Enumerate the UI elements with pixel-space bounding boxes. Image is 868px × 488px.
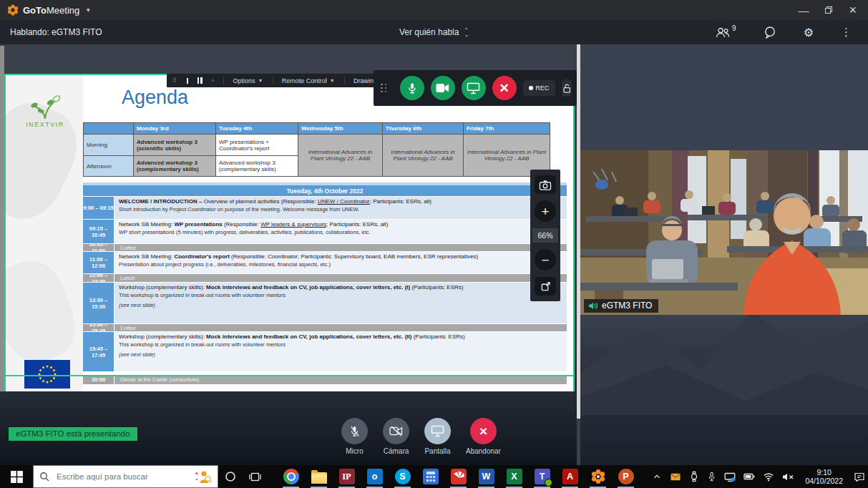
tray-wifi-icon[interactable] <box>763 472 774 482</box>
schedule-description: Workshop (complementary skills): Mock in… <box>114 283 567 323</box>
screen-control-button[interactable]: Pantalla <box>424 418 451 455</box>
camera-icon <box>436 83 449 93</box>
mic-icon <box>341 418 368 444</box>
end-session-button[interactable]: ✕ <box>492 76 517 100</box>
call-control-bar: MicroCámaraPantalla×Abandonar <box>341 418 501 455</box>
week-cell: Morning <box>84 135 134 156</box>
week-col-header: Wednesday 5th <box>298 123 383 135</box>
gotomeeting-menu[interactable]: GoToMeeting ▼ <box>7 4 91 16</box>
break-label: Coffee <box>114 244 136 251</box>
taskbar-app-outlook[interactable]: o <box>361 465 389 488</box>
tray-battery-icon[interactable] <box>743 472 755 481</box>
leave-icon: × <box>470 418 497 444</box>
schedule-description: Network SB Meeting: Coordinator's report… <box>114 252 567 273</box>
taskbar-app-powerpoint[interactable]: P <box>612 465 640 488</box>
taskbar-app-gotomeeting[interactable] <box>584 465 612 488</box>
taskbar-clock[interactable]: 9:1004/10/2022 <box>802 468 846 485</box>
camera-control-button[interactable]: Cámara <box>383 418 409 455</box>
settings-button[interactable]: ⚙ <box>804 26 814 39</box>
taskbar-app-excel[interactable]: X <box>500 465 528 488</box>
windows-logo-icon <box>11 471 23 483</box>
minimize-button[interactable]: — <box>798 5 809 16</box>
sort-chevrons-icon: ⌃⌃ <box>464 29 469 36</box>
mic-control-button[interactable]: Micro <box>341 418 368 455</box>
taskbar-app-teams[interactable]: T <box>528 465 556 488</box>
tray-mail-icon[interactable] <box>670 472 681 482</box>
lock-button[interactable] <box>562 79 572 97</box>
schedule-time: 11:00 – 12:00 <box>83 252 114 273</box>
restore-button[interactable] <box>824 5 833 16</box>
tray-cast-icon[interactable] <box>724 472 736 482</box>
preview-screen-icon[interactable] <box>212 76 215 85</box>
screen-share-on-button[interactable] <box>462 76 486 100</box>
cortana-button[interactable] <box>218 465 243 488</box>
participants-button[interactable]: 9 <box>715 26 736 39</box>
week-col-header: Friday 7th <box>464 123 550 135</box>
start-button[interactable] <box>0 465 33 488</box>
toolbar-grip-handle[interactable]: ⠿ <box>172 77 177 84</box>
panel-divider[interactable] <box>577 44 580 419</box>
task-view-button[interactable] <box>243 465 267 488</box>
microphone-icon <box>406 82 418 94</box>
screenshot-button[interactable] <box>535 175 556 194</box>
schedule-row: 9:00 – 09:15WELCOME / INTRODUCTION – Ove… <box>83 196 567 219</box>
taskbar-app-calculator[interactable] <box>416 465 444 488</box>
day-schedule-table: Tuesday, 4th October 2022 9:00 – 09:15WE… <box>83 182 567 384</box>
application-window: GoToMeeting ▼ — × Hablando: eGTM3 FITO V… <box>0 0 868 488</box>
system-tray: 9:1004/10/2022 <box>652 465 868 488</box>
speaker-icon <box>588 301 598 311</box>
presenting-banner: eGTM3 FITO está presentando <box>9 427 137 441</box>
schedule-time: 12:00 – 13:30 <box>83 274 114 282</box>
schedule-time: 13:30 – 15:30 <box>83 283 114 323</box>
pop-out-button[interactable] <box>535 277 556 296</box>
search-input[interactable] <box>55 472 189 482</box>
taskbar-app-irfanview[interactable] <box>444 465 472 488</box>
watch-who-speaks-control[interactable]: Ver quién habla ⌃⌃ <box>399 27 469 37</box>
tray-volume-muted-icon[interactable] <box>782 472 794 482</box>
participant-count: 9 <box>732 24 736 32</box>
taskbar-app-chrome[interactable] <box>277 465 305 488</box>
zoom-out-button[interactable]: − <box>535 249 556 270</box>
week-col-header: Tuesday 4th <box>216 123 298 135</box>
week-col-header: Monday 3rd <box>134 123 216 135</box>
tray-watch-icon[interactable] <box>689 471 699 482</box>
action-center-icon[interactable] <box>854 472 865 482</box>
taskbar-app-acrobat[interactable]: A <box>556 465 584 488</box>
leave-control-button[interactable]: ×Abandonar <box>466 418 501 455</box>
taskbar-app-file-explorer[interactable] <box>305 465 333 488</box>
webcam-video-feed[interactable]: eGTM3 FITO <box>580 150 868 315</box>
week-cell: WP presentations + Coordinator's report <box>216 135 298 156</box>
schedule-row: 10:45 – 11:00Coffee <box>83 243 567 251</box>
more-options-button[interactable]: ⋮ <box>841 26 852 39</box>
taskbar-app-word[interactable]: W <box>472 465 500 488</box>
recording-indicator[interactable]: REC <box>523 80 555 96</box>
webcam-panel: eGTM3 FITO <box>580 44 868 465</box>
zoom-in-button[interactable]: + <box>535 200 556 222</box>
controls-grip-handle[interactable] <box>381 84 387 93</box>
schedule-time: 15:45 – 17:45 <box>83 332 114 371</box>
pause-sharing-icon[interactable] <box>198 77 203 84</box>
tray-hidden-icons-icon[interactable] <box>652 472 662 482</box>
chat-button[interactable] <box>764 26 776 39</box>
control-label: Cámara <box>384 447 409 455</box>
options-dropdown[interactable]: Options▼ <box>233 77 263 84</box>
control-label: Micro <box>346 447 363 455</box>
open-in-new-icon <box>540 281 551 292</box>
stop-sharing-icon[interactable] <box>187 78 188 84</box>
slide-title: Agenda <box>122 87 188 109</box>
remote-control-dropdown[interactable]: Remote Control▼ <box>282 77 335 84</box>
close-button[interactable]: × <box>849 4 857 16</box>
zoom-level: 66% <box>532 228 558 243</box>
taskbar-app-skype[interactable]: S <box>389 465 416 488</box>
camera-on-button[interactable] <box>431 76 455 100</box>
chat-bubble-icon <box>764 26 776 39</box>
schedule-description: WELCOME / INTRODUCTION – Overview of pla… <box>114 197 567 219</box>
break-label: Lunch <box>114 274 135 282</box>
tray-microphone-icon[interactable] <box>707 471 716 482</box>
day-table-header: Tuesday, 4th October 2022 <box>83 185 567 196</box>
share-region-bottom-border <box>4 375 575 376</box>
taskbar-app-ip-app[interactable]: IP <box>333 465 361 488</box>
taskbar-search[interactable] <box>33 465 218 488</box>
microphone-on-button[interactable] <box>400 76 424 100</box>
screen-icon <box>424 418 451 444</box>
